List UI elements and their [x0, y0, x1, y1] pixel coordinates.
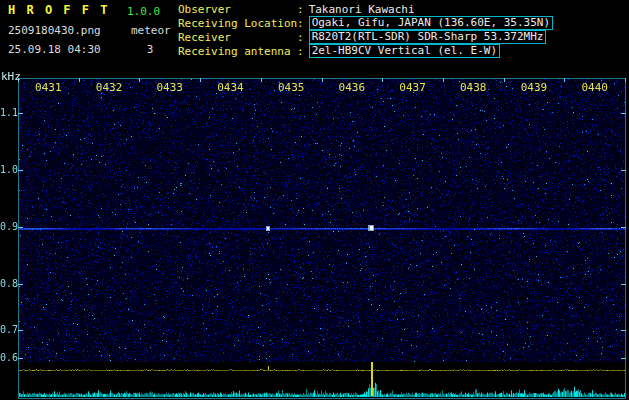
time-tick-label: 0438 [443, 81, 504, 94]
time-tick-label: 0437 [382, 81, 443, 94]
info-colon: : [297, 17, 304, 30]
info-row: Receiving Location:Ogaki, Gifu, JAPAN (1… [178, 16, 553, 30]
time-tick-label: 0431 [18, 81, 79, 94]
output-filename: 2509180430.png [8, 24, 101, 37]
info-table: Observer:Takanori KawachiReceiving Locat… [178, 2, 553, 58]
observation-datetime: 25.09.18 04:30 [8, 43, 101, 56]
spectrogram-canvas [0, 70, 629, 400]
info-value: R820T2(RTL-SDR) SDR-Sharp 53.372MHz [309, 30, 547, 44]
info-colon: : [297, 45, 304, 58]
time-tick-label: 0440 [564, 81, 625, 94]
info-row: Observer:Takanori Kawachi [178, 2, 553, 16]
freq-tick-label: 0.9 [0, 221, 17, 232]
info-value: Ogaki, Gifu, JAPAN (136.60E, 35.35N) [309, 16, 553, 30]
mode-label: meteor [131, 24, 171, 37]
app-title: H R O F F T [8, 3, 109, 17]
echo-count: 3 [141, 43, 159, 56]
freq-tick-label: 1.0 [0, 164, 17, 175]
info-colon: : [297, 3, 304, 16]
freq-tick-label: 0.8 [0, 278, 17, 289]
hrofft-screen: H R O F F T 1.0.0 2509180430.png meteor … [0, 0, 629, 400]
info-label: Receiving antenna [178, 45, 297, 58]
info-row: Receiving antenna:2el-HB9CV Vertical (el… [178, 44, 553, 58]
freq-axis-labels: 1.11.00.90.80.70.6 [0, 0, 17, 400]
info-colon: : [297, 31, 304, 44]
time-tick-label: 0439 [504, 81, 565, 94]
info-value: Takanori Kawachi [309, 3, 415, 16]
info-row: Receiver:R820T2(RTL-SDR) SDR-Sharp 53.37… [178, 30, 553, 44]
time-tick-label: 0435 [261, 81, 322, 94]
freq-tick-label: 0.7 [0, 324, 17, 335]
info-label: Observer [178, 3, 297, 16]
time-axis-labels: 0431043204330434043504360437043804390440 [0, 81, 629, 94]
info-label: Receiver [178, 31, 297, 44]
time-tick-label: 0434 [200, 81, 261, 94]
info-label: Receiving Location [178, 17, 297, 30]
time-tick-label: 0433 [139, 81, 200, 94]
freq-tick-label: 0.6 [0, 352, 17, 363]
time-tick-label: 0432 [79, 81, 140, 94]
info-value: 2el-HB9CV Vertical (el. E-W) [309, 44, 500, 58]
app-version: 1.0.0 [127, 5, 160, 18]
time-tick-label: 0436 [322, 81, 383, 94]
freq-tick-label: 1.1 [0, 107, 17, 118]
